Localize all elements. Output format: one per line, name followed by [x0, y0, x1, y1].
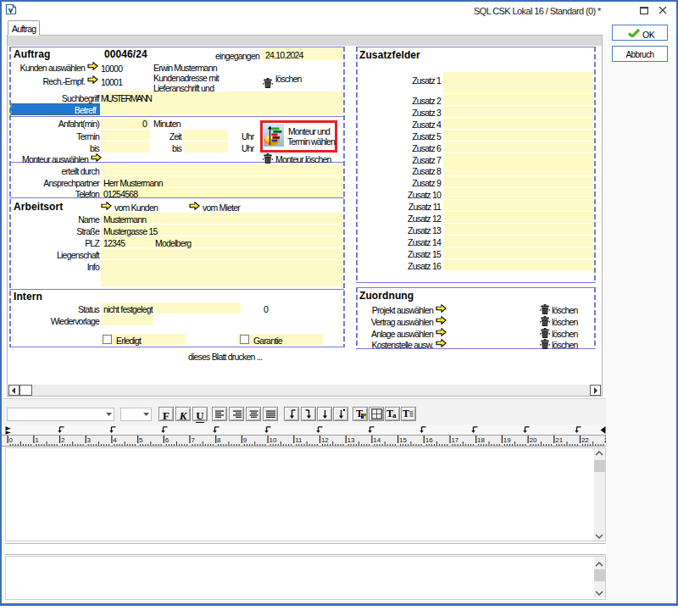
svg-text:2: 2 — [61, 436, 65, 444]
svg-text:7: 7 — [191, 436, 195, 444]
svg-text:19: 19 — [503, 436, 511, 444]
svg-text:11: 11 — [295, 436, 303, 444]
svg-text:16: 16 — [425, 436, 433, 444]
svg-text:12: 12 — [321, 436, 329, 444]
svg-text:9: 9 — [243, 436, 247, 444]
svg-text:23: 23 — [604, 436, 606, 444]
svg-text:a: a — [392, 411, 397, 419]
svg-text:3: 3 — [87, 436, 92, 444]
svg-text:18: 18 — [477, 436, 485, 444]
svg-text:10: 10 — [270, 436, 277, 444]
svg-text:17: 17 — [451, 436, 458, 444]
svg-text:20: 20 — [530, 436, 537, 444]
svg-text:21: 21 — [555, 436, 563, 444]
svg-text:T: T — [403, 408, 409, 419]
svg-text:13: 13 — [347, 436, 355, 444]
svg-text:14: 14 — [373, 436, 381, 444]
svg-text:4: 4 — [113, 436, 117, 444]
svg-text:22: 22 — [581, 436, 589, 444]
svg-text:5: 5 — [139, 436, 143, 444]
svg-text:0: 0 — [9, 436, 14, 444]
svg-text:6: 6 — [165, 436, 170, 444]
svg-text:15: 15 — [399, 436, 407, 444]
svg-text:1: 1 — [35, 436, 39, 444]
svg-text:8: 8 — [217, 436, 221, 444]
